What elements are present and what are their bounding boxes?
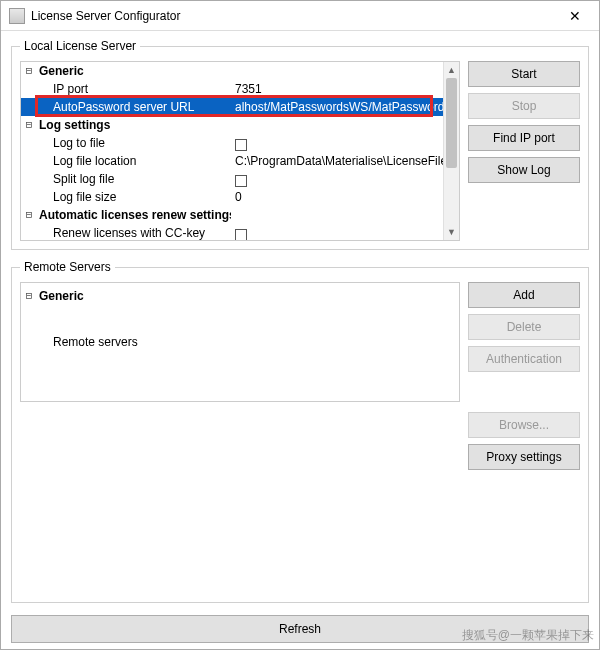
log-size-value[interactable]: 0	[231, 188, 443, 206]
log-location-label: Log file location	[37, 152, 231, 170]
collapse-icon[interactable]: ⊟	[21, 287, 37, 305]
refresh-button[interactable]: Refresh	[11, 615, 589, 643]
autopassword-value[interactable]: alhost/MatPasswordsWS/MatPasswordsWS.asm…	[231, 98, 443, 116]
ip-port-label: IP port	[37, 80, 231, 98]
local-property-grid[interactable]: ⊟ Generic IP port 7351 AutoPassword serv…	[20, 61, 460, 241]
remote-servers-value[interactable]	[231, 333, 459, 351]
category-generic: Generic	[37, 62, 231, 80]
scrollbar-thumb[interactable]	[446, 78, 457, 168]
collapse-icon[interactable]: ⊟	[21, 62, 37, 80]
log-size-label: Log file size	[37, 188, 231, 206]
remote-servers-label: Remote servers	[37, 333, 231, 351]
find-ip-port-button[interactable]: Find IP port	[468, 125, 580, 151]
titlebar: License Server Configurator ✕	[1, 1, 599, 31]
remote-servers-group: Remote Servers ⊟ Generic Remote servers	[11, 260, 589, 603]
local-license-server-group: Local License Server ⊟ Generic IP port 7…	[11, 39, 589, 250]
remote-property-grid[interactable]: ⊟ Generic Remote servers	[20, 282, 460, 402]
app-icon	[9, 8, 25, 24]
autopassword-row-selected[interactable]: AutoPassword server URL alhost/MatPasswo…	[21, 98, 443, 116]
renew-cc-checkbox[interactable]	[235, 229, 247, 240]
split-log-checkbox[interactable]	[235, 175, 247, 187]
log-to-file-label: Log to file	[37, 134, 231, 152]
log-location-value[interactable]: C:\ProgramData\Materialise\LicenseFiles	[231, 152, 443, 170]
ip-port-value[interactable]: 7351	[231, 80, 443, 98]
category-generic-remote: Generic	[37, 287, 231, 305]
local-legend: Local License Server	[20, 39, 140, 53]
category-log-settings: Log settings	[37, 116, 231, 134]
delete-button[interactable]: Delete	[468, 314, 580, 340]
window-title: License Server Configurator	[31, 9, 553, 23]
collapse-icon[interactable]: ⊟	[21, 206, 37, 224]
close-button[interactable]: ✕	[553, 2, 597, 30]
add-button[interactable]: Add	[468, 282, 580, 308]
scroll-up-icon[interactable]: ▲	[444, 62, 459, 78]
show-log-button[interactable]: Show Log	[468, 157, 580, 183]
local-scrollbar[interactable]: ▲ ▼	[443, 62, 459, 240]
log-to-file-checkbox[interactable]	[235, 139, 247, 151]
browse-button[interactable]: Browse...	[468, 412, 580, 438]
split-log-label: Split log file	[37, 170, 231, 188]
start-button[interactable]: Start	[468, 61, 580, 87]
authentication-button[interactable]: Authentication	[468, 346, 580, 372]
proxy-settings-button[interactable]: Proxy settings	[468, 444, 580, 470]
scroll-down-icon[interactable]: ▼	[444, 224, 459, 240]
remote-legend: Remote Servers	[20, 260, 115, 274]
category-auto-renew: Automatic licenses renew settings	[37, 206, 231, 224]
stop-button[interactable]: Stop	[468, 93, 580, 119]
autopassword-label: AutoPassword server URL	[37, 98, 231, 116]
collapse-icon[interactable]: ⊟	[21, 116, 37, 134]
renew-cc-label: Renew licenses with CC-key	[37, 224, 231, 240]
